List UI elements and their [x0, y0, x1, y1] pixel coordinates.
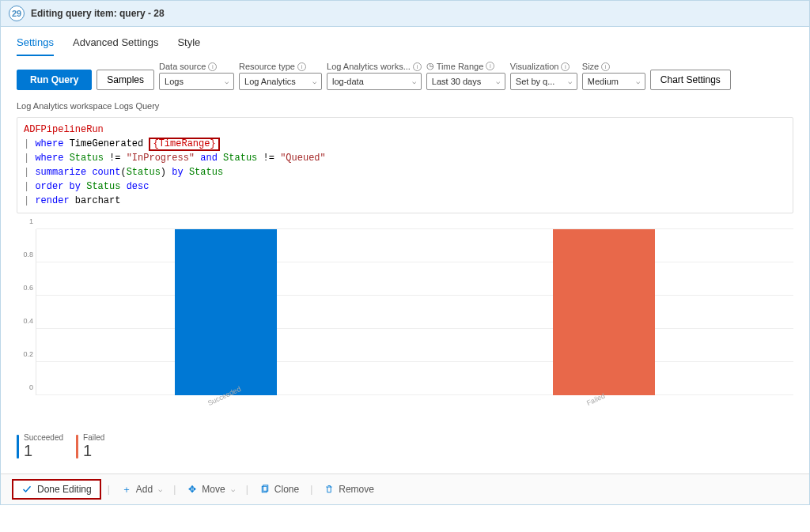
legend-label: Failed [83, 433, 104, 442]
banner-title: Editing query item: query - 28 [31, 8, 165, 19]
run-query-button[interactable]: Run Query [17, 70, 92, 90]
law-select[interactable]: log-data⌵ [327, 73, 422, 90]
action-bar: Done Editing | ＋ Add⌵ | ✥ Move⌵ | Clone … [1, 474, 809, 504]
info-icon: i [561, 62, 570, 71]
legend: Succeeded 1 Failed 1 [1, 425, 809, 474]
legend-value: 1 [83, 442, 104, 459]
chevron-down-icon: ⌵ [636, 77, 640, 85]
samples-button[interactable]: Samples [97, 70, 154, 90]
legend-item-failed[interactable]: Failed 1 [76, 433, 104, 459]
size-label: Sizei [582, 62, 645, 71]
time-range-select[interactable]: Last 30 days⌵ [426, 73, 505, 90]
legend-label: Succeeded [24, 433, 63, 442]
plus-icon: ＋ [121, 484, 132, 495]
info-icon: i [486, 62, 494, 70]
legend-value: 1 [24, 442, 63, 459]
chevron-down-icon: ⌵ [496, 77, 500, 85]
chevron-down-icon: ⌵ [412, 77, 416, 85]
chevron-down-icon: ⌵ [158, 485, 162, 493]
info-icon: i [208, 62, 217, 71]
clone-button[interactable]: Clone [255, 481, 304, 498]
chevron-down-icon: ⌵ [312, 77, 316, 85]
tabs: Settings Advanced Settings Style [1, 27, 809, 56]
chevron-down-icon: ⌵ [568, 77, 572, 85]
done-editing-button[interactable]: Done Editing [12, 479, 101, 500]
legend-color-swatch [17, 435, 19, 458]
data-source-select[interactable]: Logs⌵ [159, 73, 234, 90]
chevron-down-icon: ⌵ [225, 77, 229, 85]
resource-type-select[interactable]: Log Analytics⌵ [239, 73, 322, 90]
timerange-highlight: {TimeRange} [149, 138, 219, 151]
chart-settings-button[interactable]: Chart Settings [650, 70, 731, 90]
legend-item-succeeded[interactable]: Succeeded 1 [17, 433, 63, 459]
visualization-select[interactable]: Set by q...⌵ [510, 73, 577, 90]
tab-style[interactable]: Style [177, 36, 200, 56]
law-label: Log Analytics works...i [327, 62, 422, 71]
step-badge: 29 [9, 6, 25, 21]
bar-succeeded[interactable] [175, 229, 277, 395]
size-select[interactable]: Medium⌵ [582, 73, 645, 90]
move-icon: ✥ [187, 484, 198, 495]
check-icon [21, 484, 32, 495]
query-source-label: Log Analytics workspace Logs Query [1, 98, 809, 114]
info-icon: i [601, 62, 610, 71]
trash-icon [324, 484, 335, 495]
add-button[interactable]: ＋ Add⌵ [116, 481, 167, 498]
editor-banner: 29 Editing query item: query - 28 [1, 1, 809, 27]
bar-failed[interactable] [553, 229, 655, 395]
remove-button[interactable]: Remove [319, 481, 379, 498]
resource-type-label: Resource typei [239, 62, 322, 71]
visualization-label: Visualizationi [510, 62, 577, 71]
tab-settings[interactable]: Settings [17, 36, 54, 56]
data-source-label: Data sourcei [159, 62, 234, 71]
time-range-label: Time Rangei [426, 61, 505, 71]
query-editor[interactable]: ADFPipelineRun | where TimeGenerated {Ti… [17, 117, 793, 213]
tab-advanced-settings[interactable]: Advanced Settings [73, 36, 158, 56]
info-icon: i [413, 62, 422, 71]
chevron-down-icon: ⌵ [231, 485, 235, 493]
legend-color-swatch [76, 435, 78, 458]
controls-bar: Run Query Samples Data sourcei Logs⌵ Res… [1, 56, 809, 98]
move-button[interactable]: ✥ Move⌵ [182, 481, 239, 498]
clone-icon [259, 484, 271, 495]
chart-area: 0 0.2 0.4 0.6 0.8 1 Succeeded Failed [1, 221, 809, 425]
info-icon: i [297, 62, 306, 71]
bar-chart: 0 0.2 0.4 0.6 0.8 1 [36, 229, 793, 395]
